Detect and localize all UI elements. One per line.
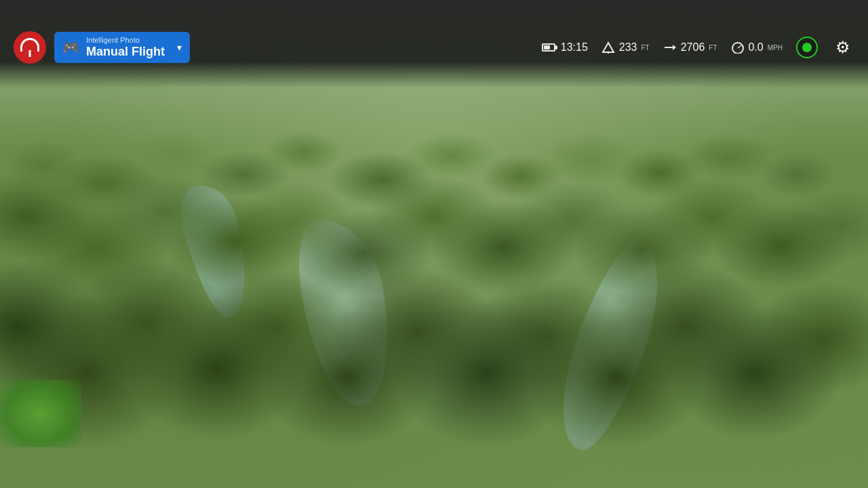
flight-mode-text: Intelligent Photo Manual Flight [86, 36, 172, 60]
logo-stand [29, 50, 31, 57]
gps-indicator[interactable] [796, 37, 818, 58]
speed-value: 0.0 [749, 41, 764, 54]
distance-status: 2706FT [663, 41, 717, 54]
logo-button[interactable] [14, 31, 46, 64]
speed-status: 0.0MPH [731, 41, 783, 54]
altitude-status: 233FT [601, 41, 650, 54]
header-bar: 🎮 Intelligent Photo Manual Flight ▾ 13:1… [0, 0, 868, 88]
dropdown-arrow-icon: ▾ [177, 42, 182, 53]
flight-mode-icon: 🎮 [62, 39, 79, 56]
settings-icon: ⚙ [835, 38, 850, 57]
speed-icon [731, 41, 745, 54]
gps-dot [802, 43, 812, 52]
svg-marker-0 [603, 43, 614, 52]
flight-mode-subtitle: Intelligent Photo [86, 36, 172, 45]
settings-button[interactable]: ⚙ [831, 36, 854, 59]
grass-patch [0, 380, 81, 447]
logo-icon [19, 38, 41, 57]
distance-value: 2706 [681, 41, 705, 54]
header-inner: 🎮 Intelligent Photo Manual Flight ▾ 13:1… [14, 26, 854, 70]
svg-line-5 [738, 45, 741, 48]
speed-unit: MPH [768, 44, 783, 52]
flight-mode-title: Manual Flight [86, 45, 172, 60]
flight-mode-selector[interactable]: 🎮 Intelligent Photo Manual Flight ▾ [54, 32, 190, 64]
svg-marker-3 [673, 45, 676, 50]
battery-status: 13:15 [542, 41, 588, 54]
battery-icon [542, 43, 555, 52]
distance-unit: FT [709, 44, 717, 52]
distance-icon [663, 41, 677, 54]
battery-time-value: 13:15 [561, 41, 588, 54]
altitude-icon [601, 41, 615, 54]
logo-arc [20, 38, 39, 52]
battery-fill [544, 45, 551, 49]
altitude-value: 233 [619, 41, 637, 54]
altitude-unit: FT [641, 44, 649, 52]
tree-canopy-near [0, 258, 868, 488]
status-group: 13:15 233FT 2706FT [542, 36, 854, 59]
